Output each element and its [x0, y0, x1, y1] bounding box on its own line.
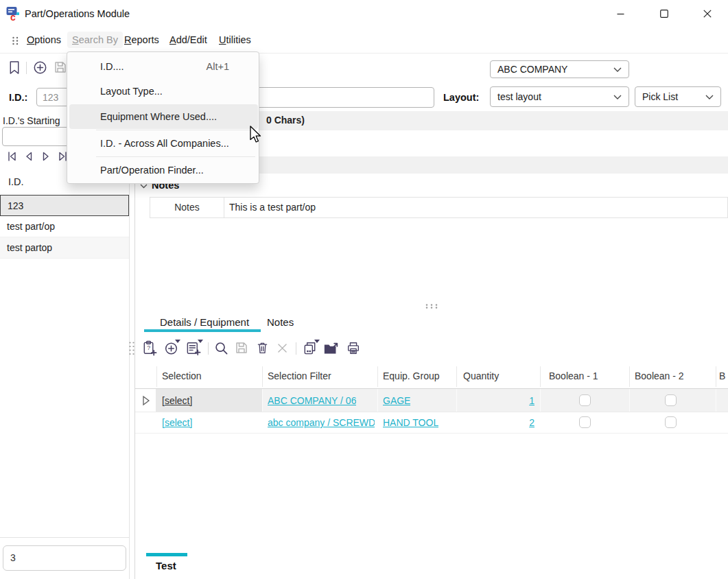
delete-icon[interactable]: [255, 340, 270, 355]
active-tab-underline: [144, 329, 261, 332]
selection-filter-link[interactable]: abc company / SCREWD: [268, 417, 375, 428]
menu-item-equipment-where-used[interactable]: Equipment Where Used....: [69, 104, 258, 129]
chars-count-text: 0 Chars): [266, 115, 305, 126]
boolean-2-checkbox[interactable]: [665, 416, 677, 428]
menu-item-label: I.D. - Across All Companies...: [100, 138, 229, 149]
notes-field-label: Notes: [150, 198, 224, 217]
boolean-1-checkbox[interactable]: [579, 416, 591, 428]
column-divider[interactable]: [629, 366, 630, 387]
menubar-drag-grip[interactable]: [12, 36, 19, 45]
toolbar-separator: [26, 62, 27, 74]
cancel-icon[interactable]: [276, 342, 289, 355]
bookmark-icon[interactable]: [8, 60, 21, 75]
menu-separator: [96, 156, 255, 157]
list-item[interactable]: test part/op: [0, 216, 129, 237]
cell-divider: [540, 389, 541, 412]
minimize-button[interactable]: [604, 0, 636, 27]
tab-details-equipment[interactable]: Details / Equipment: [160, 316, 249, 328]
quantity-link[interactable]: 1: [456, 395, 535, 406]
menu-item-id-across-all-companies[interactable]: I.D. - Across All Companies...: [69, 131, 258, 156]
column-divider[interactable]: [262, 366, 263, 387]
menu-add-edit[interactable]: Add/Edit: [165, 32, 212, 48]
close-icon: [703, 10, 712, 18]
selection-filter-link[interactable]: ABC COMPANY / 06: [268, 395, 356, 406]
equip-group-link[interactable]: HAND TOOL: [383, 417, 438, 428]
id-list-header: I.D.: [8, 176, 24, 187]
id-label: I.D.:: [9, 92, 27, 103]
menu-options[interactable]: Options: [22, 32, 66, 48]
column-header-boolean-2[interactable]: Boolean - 2: [635, 364, 684, 389]
column-divider[interactable]: [540, 366, 541, 387]
column-header-boolean-3-partial[interactable]: B: [719, 364, 725, 389]
column-header-equip-group[interactable]: Equip. Group: [383, 364, 440, 389]
select-link[interactable]: [select]: [162, 417, 192, 428]
column-divider[interactable]: [716, 366, 716, 387]
row-selector-icon: [142, 395, 150, 406]
column-header-selection-filter[interactable]: Selection Filter: [268, 364, 331, 389]
notes-field-row: Notes This is a test part/op: [150, 197, 728, 218]
first-record-icon[interactable]: [5, 150, 18, 163]
ids-starting-label: I.D.'s Starting: [3, 115, 60, 126]
maximize-button[interactable]: [648, 0, 680, 27]
save-icon[interactable]: [235, 341, 248, 355]
column-header-quantity[interactable]: Quantity: [463, 364, 499, 389]
chevron-down-icon[interactable]: [140, 184, 148, 189]
layout-select[interactable]: test layout: [490, 86, 629, 107]
search-by-menu: I.D.... Alt+1 Layout Type... Equipment W…: [67, 51, 259, 184]
menu-reports[interactable]: Reports: [119, 32, 164, 48]
menu-bar: Options Search By Reports Add/Edit Utili…: [0, 27, 728, 54]
column-divider[interactable]: [456, 366, 457, 387]
column-header-boolean-1[interactable]: Boolean - 1: [549, 364, 598, 389]
print-icon[interactable]: [346, 340, 361, 356]
add-circle-icon[interactable]: [33, 60, 47, 75]
select-link[interactable]: [select]: [162, 395, 192, 406]
column-header-selection[interactable]: Selection: [162, 364, 202, 389]
menu-item-shortcut: Alt+1: [207, 54, 229, 79]
picklist-select[interactable]: Pick List: [635, 86, 721, 107]
list-item-selected[interactable]: 123: [0, 195, 129, 216]
next-record-icon[interactable]: [40, 150, 52, 163]
left-panel-footer-divider: [0, 537, 129, 538]
splitter-handle[interactable]: [425, 303, 438, 309]
menu-item-part-operation-finder[interactable]: Part/Operation Finder...: [69, 158, 258, 182]
menu-utilities[interactable]: Utilities: [214, 32, 256, 48]
menu-item-label: I.D....: [100, 61, 124, 72]
dropdown-caret-icon: [198, 340, 203, 343]
company-select[interactable]: ABC COMPANY: [490, 60, 629, 78]
row-selector-cell[interactable]: [135, 389, 156, 412]
tab-notes[interactable]: Notes: [267, 316, 294, 328]
svg-text:c: c: [10, 12, 16, 22]
menu-separator: [96, 130, 255, 130]
equip-group-link[interactable]: GAGE: [383, 395, 410, 406]
search-icon[interactable]: [214, 341, 228, 355]
menu-item-layout-type[interactable]: Layout Type...: [69, 79, 258, 104]
chevron-down-icon: [705, 95, 714, 99]
boolean-2-checkbox[interactable]: [665, 394, 677, 406]
column-divider[interactable]: [156, 366, 157, 387]
minimize-icon: [617, 10, 624, 18]
export-folder-icon[interactable]: [323, 341, 340, 356]
toolbar-drag-grip[interactable]: [128, 341, 135, 356]
add-circle-icon[interactable]: [164, 341, 178, 355]
column-divider[interactable]: [377, 366, 378, 387]
menu-item-label: Layout Type...: [100, 86, 163, 97]
previous-record-icon[interactable]: [23, 150, 35, 163]
clipboard-add-icon[interactable]: ?: [141, 340, 157, 356]
menu-search-by[interactable]: Search By: [67, 32, 123, 48]
record-count-box: 3: [3, 545, 126, 571]
menu-item-id[interactable]: I.D.... Alt+1: [69, 54, 258, 79]
list-item[interactable]: test partop: [0, 237, 129, 259]
dropdown-caret-icon: [314, 340, 320, 343]
company-select-value: ABC COMPANY: [497, 64, 567, 75]
cell-divider: [377, 389, 378, 412]
picklist-select-value: Pick List: [642, 91, 678, 102]
menu-item-label: Equipment Where Used....: [100, 111, 217, 122]
save-icon[interactable]: [54, 60, 67, 74]
quantity-link[interactable]: 2: [456, 417, 535, 428]
notes-field-value[interactable]: This is a test part/op: [229, 198, 316, 217]
layout-select-value: test layout: [497, 91, 541, 102]
maximize-icon: [660, 10, 668, 18]
boolean-1-checkbox[interactable]: [579, 394, 591, 406]
bottom-tab-test[interactable]: Test: [156, 560, 176, 571]
close-button[interactable]: [692, 0, 723, 27]
